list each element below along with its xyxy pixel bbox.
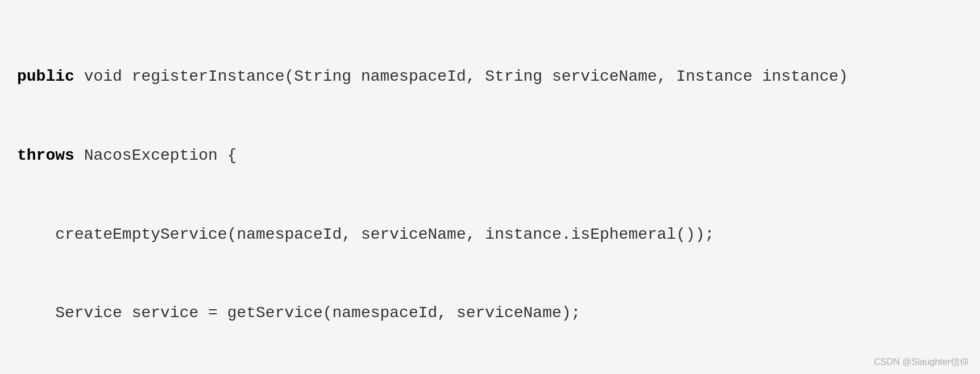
line4-text: Service service = getService(namespaceId… [17,304,580,322]
keyword-throws: throws [17,147,74,164]
line3-text: createEmptyService(namespaceId, serviceN… [17,226,715,243]
keyword-public: public [17,68,74,85]
code-line-1: public void registerInstance(String name… [17,64,963,90]
line2-rest: NacosException { [74,147,237,164]
code-block: public void registerInstance(String name… [17,11,963,374]
code-line-4: Service service = getService(namespaceId… [17,300,963,326]
line1-rest: void registerInstance(String namespaceId… [74,68,848,85]
code-container: public void registerInstance(String name… [0,0,980,374]
code-line-2: throws NacosException { [17,143,963,169]
code-line-3: createEmptyService(namespaceId, serviceN… [17,222,963,248]
watermark: CSDN @Slaughter信仰 [874,356,969,368]
